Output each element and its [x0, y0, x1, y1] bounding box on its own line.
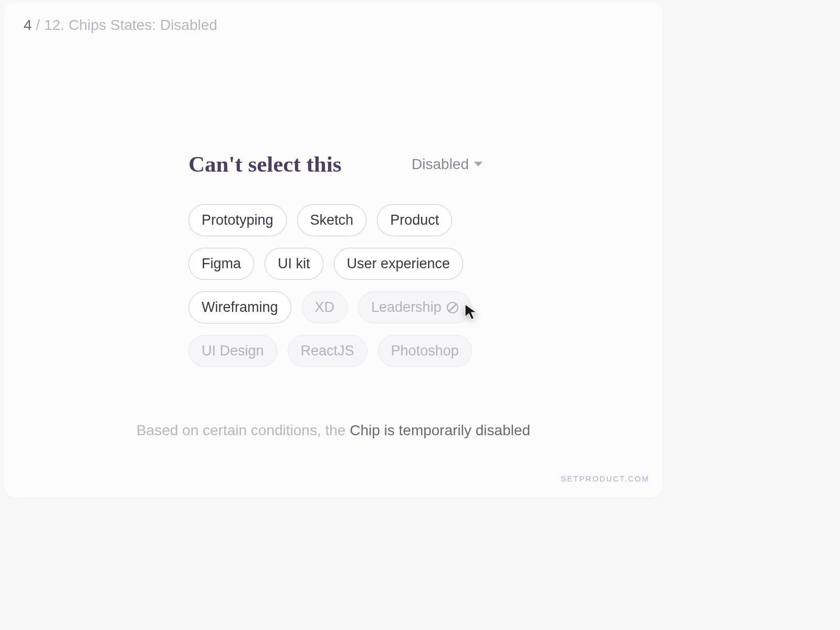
breadcrumb-title: 12. Chips States: Disabled: [44, 17, 217, 33]
content-area: Can't select this Disabled Prototyping S…: [188, 151, 482, 367]
cursor-icon: [464, 303, 479, 321]
chip-prototyping[interactable]: Prototyping: [188, 204, 287, 236]
caption-prefix: Based on certain conditions, the: [136, 422, 350, 438]
slide-card: 4 / 12. Chips States: Disabled Can't sel…: [4, 2, 663, 498]
chip-reactjs: ReactJS: [288, 335, 368, 367]
caption-emphasis: Chip is temporarily disabled: [350, 422, 530, 438]
chip-photoshop: Photoshop: [378, 335, 472, 367]
chip-product[interactable]: Product: [377, 204, 452, 236]
page-title: Can't select this: [188, 151, 341, 177]
breadcrumb-sep: /: [32, 17, 44, 33]
dropdown-label: Disabled: [412, 156, 469, 173]
chip-sketch[interactable]: Sketch: [297, 204, 367, 236]
header-row: Can't select this Disabled: [188, 151, 482, 177]
chip-wireframing[interactable]: Wireframing: [188, 291, 291, 323]
chips-container: Prototyping Sketch Product Figma UI kit …: [188, 204, 482, 367]
chip-user-experience[interactable]: User experience: [334, 248, 464, 280]
chip-xd: XD: [302, 291, 348, 323]
watermark: SETPRODUCT.COM: [561, 474, 649, 483]
chip-ui-design: UI Design: [188, 335, 277, 367]
chip-figma[interactable]: Figma: [188, 248, 254, 280]
prohibit-icon: [447, 302, 458, 313]
chevron-down-icon: [474, 162, 482, 166]
breadcrumb: 4 / 12. Chips States: Disabled: [24, 17, 217, 34]
state-dropdown[interactable]: Disabled: [412, 156, 482, 173]
chip-uikit[interactable]: UI kit: [265, 248, 323, 280]
chip-leadership: Leadership: [358, 291, 471, 323]
caption: Based on certain conditions, the Chip is…: [136, 422, 530, 439]
page-current: 4: [24, 17, 32, 33]
